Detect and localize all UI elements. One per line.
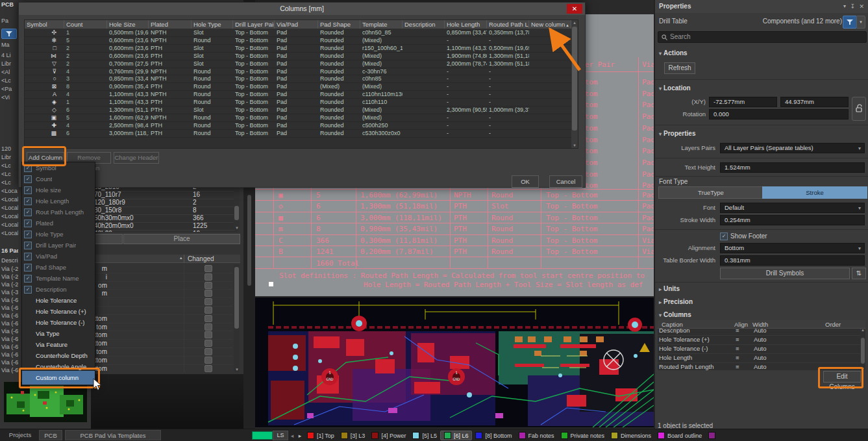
- column-header-plated[interactable]: Plated: [149, 20, 192, 29]
- changed-table-scrollbar[interactable]: ▾: [234, 264, 240, 372]
- table-cell[interactable]: c-30hn76: [360, 68, 403, 75]
- table-cell[interactable]: Top - Bottom: [233, 68, 275, 75]
- tree-item[interactable]: <Lc: [1, 171, 18, 179]
- column-header-pad-shape[interactable]: Pad Shape: [318, 20, 360, 29]
- table-cell[interactable]: 0,600mm (23,62mi: [107, 36, 149, 44]
- table-cell[interactable]: 2,300mm (90,55mi: [445, 106, 487, 114]
- layer-tab-dimensions[interactable]: Dimensions: [608, 431, 654, 440]
- table-cell[interactable]: NPTH: [149, 114, 192, 121]
- table-cell[interactable]: Rounded: [318, 129, 360, 137]
- tree-item[interactable]: <Local: [1, 205, 18, 212]
- layer-tab--5-l5[interactable]: [5] L5: [409, 431, 440, 440]
- tree-item[interactable]: <Al: [1, 69, 18, 77]
- scroll-up-icon[interactable]: ▴: [571, 20, 578, 25]
- menu-item-hole-tolerance-[interactable]: Hole Tolerance (-): [22, 317, 95, 328]
- table-cell[interactable]: 3: [64, 75, 107, 82]
- table-cell[interactable]: 0,700mm (27,56mi: [107, 60, 149, 68]
- table-cell[interactable]: Pad: [275, 75, 318, 82]
- layer-tab--4-power[interactable]: [4] Power: [368, 431, 409, 440]
- menu-item-via-pad[interactable]: ✓Via/Pad: [22, 251, 95, 262]
- pin-icon[interactable]: ↧: [850, 0, 855, 13]
- menu-item-pad-shape[interactable]: ✓Pad Shape: [22, 262, 95, 273]
- table-cell[interactable]: PTH: [149, 44, 192, 52]
- config-row[interactable]: Hole Tolerance (-)≡Auto: [658, 344, 860, 354]
- table-cell[interactable]: [403, 129, 445, 137]
- tree-item[interactable]: Via (-2: [1, 281, 18, 289]
- drill-symbol-cell[interactable]: ⊽: [25, 68, 64, 75]
- table-cell[interactable]: Slot: [192, 106, 233, 114]
- layer-tab--3-l3[interactable]: [3] L3: [338, 431, 369, 440]
- config-column-header[interactable]: Width: [752, 320, 768, 329]
- table-cell[interactable]: Top - Bottom: [233, 114, 275, 121]
- table-cell[interactable]: 0,350mm (13,78mi: [487, 29, 529, 36]
- drill-symbol-cell[interactable]: ⋈: [25, 52, 64, 60]
- tree-item[interactable]: Descrip: [1, 257, 18, 265]
- align-icon[interactable]: ≡: [736, 335, 739, 344]
- table-cell[interactable]: 1: [64, 98, 107, 106]
- table-cell[interactable]: Round: [192, 90, 233, 98]
- tree-item[interactable]: Libr: [1, 60, 18, 68]
- tree-item[interactable]: PCB: [1, 1, 18, 9]
- tree-item[interactable]: Via (-2: [1, 273, 18, 281]
- tree-item[interactable]: 16 Pad: [1, 247, 18, 255]
- drill-symbol-cell[interactable]: ▩: [25, 129, 64, 137]
- tree-item[interactable]: Via (-3: [1, 289, 18, 297]
- font-select[interactable]: Default▾: [720, 203, 865, 213]
- table-cell[interactable]: [403, 90, 445, 98]
- text-height-field[interactable]: 1.524mm: [720, 162, 865, 173]
- tree-item[interactable]: Via (-62: [1, 367, 18, 375]
- drill-symbol-cell[interactable]: A: [25, 90, 64, 98]
- table-cell[interactable]: 4: [64, 121, 107, 129]
- close-icon[interactable]: ✕: [567, 4, 582, 14]
- doc-tab-pcb-pad-via-templates[interactable]: PCB Pad Via Templates: [65, 430, 161, 440]
- columns-table[interactable]: SymbolCountHole SizePlatedHole TypeDrill…: [24, 19, 578, 149]
- table-cell[interactable]: -: [445, 129, 487, 137]
- column-header-hole-size[interactable]: Hole Size: [107, 20, 149, 29]
- changed-checkbox[interactable]: [205, 348, 212, 355]
- menu-item-hole-tolerance-[interactable]: Hole Tolerance (+): [22, 306, 95, 317]
- table-cell[interactable]: -: [487, 98, 529, 106]
- table-cell[interactable]: -: [487, 129, 529, 137]
- filter-icon[interactable]: [1, 29, 17, 39]
- table-cell[interactable]: -: [487, 68, 529, 75]
- table-cell[interactable]: Round: [192, 98, 233, 106]
- table-cell[interactable]: 2,000mm (78,74mi: [445, 60, 487, 68]
- changed-checkbox[interactable]: [205, 357, 212, 364]
- table-cell[interactable]: Top - Bottom: [233, 98, 275, 106]
- tree-item[interactable]: Pa: [1, 18, 18, 25]
- table-cell[interactable]: 1,900mm (74,80mi: [445, 52, 487, 60]
- tree-item[interactable]: Via (-61: [1, 328, 18, 336]
- table-cell[interactable]: Round: [192, 68, 233, 75]
- table-cell[interactable]: PTH: [149, 82, 192, 90]
- drill-symbol-cell[interactable]: ◈: [25, 98, 64, 106]
- table-cell[interactable]: 5: [64, 36, 107, 44]
- table-cell[interactable]: [403, 52, 445, 60]
- table-cell[interactable]: 1,300mm (51,18mi: [107, 106, 149, 114]
- table-cell[interactable]: -: [445, 82, 487, 90]
- menu-item-via-feature[interactable]: Via Feature: [22, 339, 95, 350]
- table-cell[interactable]: Rounded: [318, 68, 360, 75]
- table-cell[interactable]: c500h250: [360, 121, 403, 129]
- table-cell[interactable]: 1,000mm (39,37mi: [487, 106, 529, 114]
- table-cell[interactable]: 0,500mm (19,69mi: [107, 29, 149, 36]
- config-row[interactable]: Routed Path Length≡Auto: [658, 362, 860, 370]
- tree-item[interactable]: 120: [1, 145, 18, 153]
- layer-tab-private-notes[interactable]: Private notes: [558, 431, 608, 440]
- drill-symbol-cell[interactable]: ◇: [25, 106, 64, 114]
- scroll-down-icon[interactable]: ▾: [571, 143, 578, 148]
- table-cell[interactable]: Top - Bottom: [233, 75, 275, 82]
- table-cell[interactable]: 1: [64, 29, 107, 36]
- table-cell[interactable]: 2,500mm (98,43mi: [107, 121, 149, 129]
- tree-item[interactable]: <Local: [1, 230, 18, 238]
- tree-item[interactable]: Via (-6r: [1, 305, 18, 312]
- table-cell[interactable]: Pad: [275, 68, 318, 75]
- column-header-count[interactable]: Count: [64, 20, 107, 29]
- table-cell[interactable]: -: [487, 114, 529, 121]
- table-cell[interactable]: -: [445, 68, 487, 75]
- table-cell[interactable]: (Mixed): [360, 82, 403, 90]
- changed-checkbox[interactable]: [205, 265, 212, 272]
- section-units[interactable]: ▸Units: [659, 285, 680, 292]
- table-cell[interactable]: Rounded: [318, 44, 360, 52]
- table-cell[interactable]: (Mixed): [360, 114, 403, 121]
- table-cell[interactable]: Slot: [192, 60, 233, 68]
